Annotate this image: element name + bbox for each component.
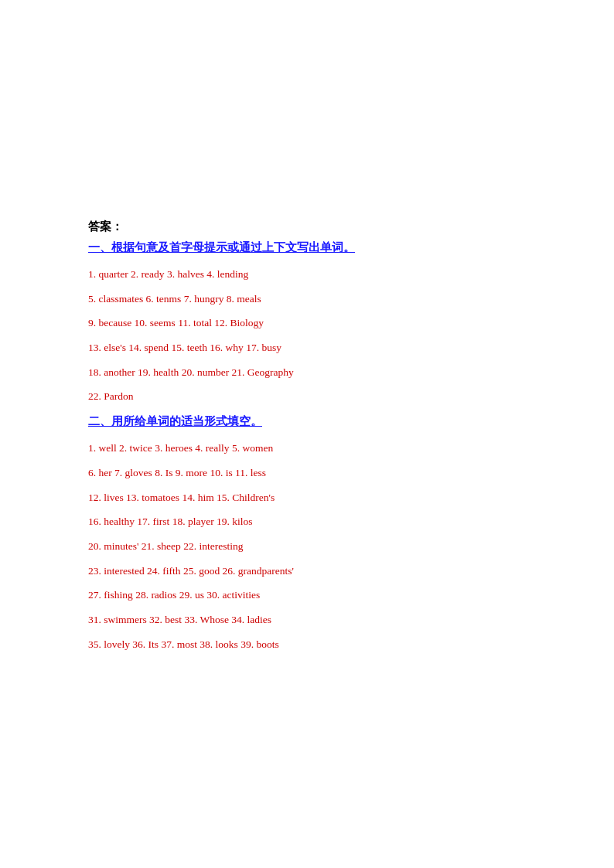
top-spacer: [88, 46, 526, 216]
section2-line-3: 12. lives 13. tomatoes 14. him 15. Child…: [88, 486, 526, 509]
section1-line-5: 18. another 19. health 20. number 21. Ge…: [88, 361, 526, 384]
section1-title: 一、根据句意及首字母提示或通过上下文写出单词。: [88, 240, 526, 255]
section2-line-5: 20. minutes' 21. sheep 22. interesting: [88, 535, 526, 558]
section1-line-1: 1. quarter 2. ready 3. halves 4. lending: [88, 263, 526, 286]
section2-line-9: 35. lovely 36. Its 37. most 38. looks 39…: [88, 633, 526, 656]
section2-line-1: 1. well 2. twice 3. heroes 4. really 5. …: [88, 437, 526, 460]
answer-header: 答案：: [88, 220, 526, 234]
section2-line-4: 16. healthy 17. first 18. player 19. kil…: [88, 510, 526, 533]
section2-line-6: 23. interested 24. fifth 25. good 26. gr…: [88, 560, 526, 583]
section1-line-6: 22. Pardon: [88, 385, 526, 408]
section1-line-2: 5. classmates 6. tenms 7. hungry 8. meal…: [88, 288, 526, 311]
section2-line-7: 27. fishing 28. radios 29. us 30. activi…: [88, 584, 526, 607]
section2-answers: 1. well 2. twice 3. heroes 4. really 5. …: [88, 437, 526, 655]
page: 答案： 一、根据句意及首字母提示或通过上下文写出单词。 1. quarter 2…: [0, 0, 614, 868]
section1-line-3: 9. because 10. seems 11. total 12. Biolo…: [88, 311, 526, 335]
section2-title: 二、用所给单词的适当形式填空。: [88, 414, 526, 429]
section2-line-2: 6. her 7. gloves 8. Is 9. more 10. is 11…: [88, 461, 526, 485]
section1-line-4: 13. else's 14. spend 15. teeth 16. why 1…: [88, 336, 526, 359]
section1-answers: 1. quarter 2. ready 3. halves 4. lending…: [88, 263, 526, 408]
section2-line-8: 31. swimmers 32. best 33. Whose 34. ladi…: [88, 608, 526, 631]
